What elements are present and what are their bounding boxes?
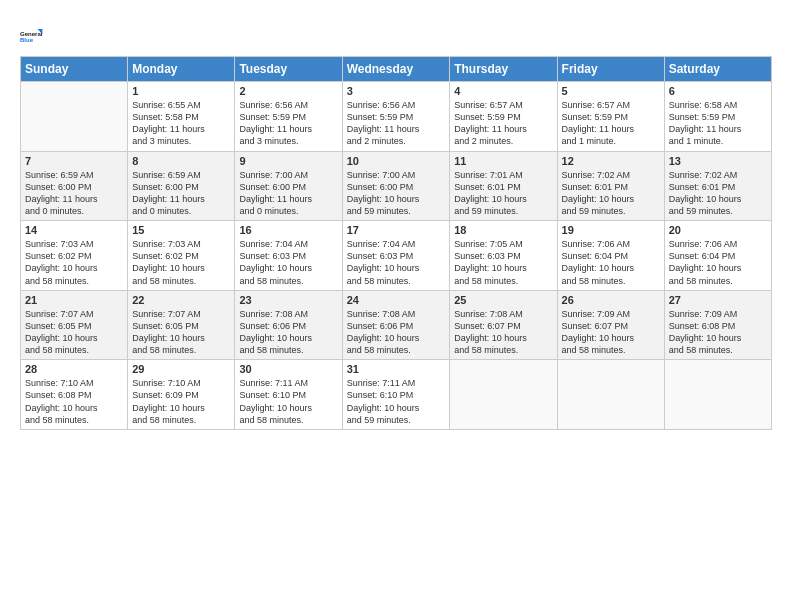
day-cell: 4Sunrise: 6:57 AM Sunset: 5:59 PM Daylig… xyxy=(450,82,557,152)
day-info: Sunrise: 6:59 AM Sunset: 6:00 PM Dayligh… xyxy=(132,169,230,218)
col-header-monday: Monday xyxy=(128,57,235,82)
day-number: 13 xyxy=(669,155,767,167)
day-number: 31 xyxy=(347,363,446,375)
day-number: 5 xyxy=(562,85,660,97)
day-cell: 31Sunrise: 7:11 AM Sunset: 6:10 PM Dayli… xyxy=(342,360,450,430)
day-info: Sunrise: 7:03 AM Sunset: 6:02 PM Dayligh… xyxy=(25,238,123,287)
day-number: 22 xyxy=(132,294,230,306)
day-cell: 18Sunrise: 7:05 AM Sunset: 6:03 PM Dayli… xyxy=(450,221,557,291)
day-info: Sunrise: 6:56 AM Sunset: 5:59 PM Dayligh… xyxy=(347,99,446,148)
day-info: Sunrise: 7:11 AM Sunset: 6:10 PM Dayligh… xyxy=(347,377,446,426)
col-header-tuesday: Tuesday xyxy=(235,57,342,82)
day-number: 18 xyxy=(454,224,552,236)
day-info: Sunrise: 7:03 AM Sunset: 6:02 PM Dayligh… xyxy=(132,238,230,287)
day-info: Sunrise: 7:02 AM Sunset: 6:01 PM Dayligh… xyxy=(562,169,660,218)
day-number: 11 xyxy=(454,155,552,167)
day-cell: 9Sunrise: 7:00 AM Sunset: 6:00 PM Daylig… xyxy=(235,151,342,221)
day-info: Sunrise: 7:05 AM Sunset: 6:03 PM Dayligh… xyxy=(454,238,552,287)
day-cell: 1Sunrise: 6:55 AM Sunset: 5:58 PM Daylig… xyxy=(128,82,235,152)
day-info: Sunrise: 7:10 AM Sunset: 6:08 PM Dayligh… xyxy=(25,377,123,426)
svg-text:General: General xyxy=(20,31,43,37)
day-info: Sunrise: 7:06 AM Sunset: 6:04 PM Dayligh… xyxy=(669,238,767,287)
day-cell: 14Sunrise: 7:03 AM Sunset: 6:02 PM Dayli… xyxy=(21,221,128,291)
day-info: Sunrise: 7:08 AM Sunset: 6:06 PM Dayligh… xyxy=(347,308,446,357)
day-cell: 25Sunrise: 7:08 AM Sunset: 6:07 PM Dayli… xyxy=(450,290,557,360)
day-number: 26 xyxy=(562,294,660,306)
day-info: Sunrise: 7:00 AM Sunset: 6:00 PM Dayligh… xyxy=(347,169,446,218)
day-number: 17 xyxy=(347,224,446,236)
day-cell: 6Sunrise: 6:58 AM Sunset: 5:59 PM Daylig… xyxy=(664,82,771,152)
week-row-3: 14Sunrise: 7:03 AM Sunset: 6:02 PM Dayli… xyxy=(21,221,772,291)
day-number: 7 xyxy=(25,155,123,167)
svg-text:Blue: Blue xyxy=(20,37,34,43)
day-info: Sunrise: 7:10 AM Sunset: 6:09 PM Dayligh… xyxy=(132,377,230,426)
day-cell: 27Sunrise: 7:09 AM Sunset: 6:08 PM Dayli… xyxy=(664,290,771,360)
day-info: Sunrise: 7:04 AM Sunset: 6:03 PM Dayligh… xyxy=(347,238,446,287)
day-cell: 10Sunrise: 7:00 AM Sunset: 6:00 PM Dayli… xyxy=(342,151,450,221)
day-number: 9 xyxy=(239,155,337,167)
day-cell: 26Sunrise: 7:09 AM Sunset: 6:07 PM Dayli… xyxy=(557,290,664,360)
day-cell: 2Sunrise: 6:56 AM Sunset: 5:59 PM Daylig… xyxy=(235,82,342,152)
day-cell: 24Sunrise: 7:08 AM Sunset: 6:06 PM Dayli… xyxy=(342,290,450,360)
day-number: 2 xyxy=(239,85,337,97)
day-cell: 3Sunrise: 6:56 AM Sunset: 5:59 PM Daylig… xyxy=(342,82,450,152)
day-cell: 28Sunrise: 7:10 AM Sunset: 6:08 PM Dayli… xyxy=(21,360,128,430)
week-row-4: 21Sunrise: 7:07 AM Sunset: 6:05 PM Dayli… xyxy=(21,290,772,360)
day-cell: 15Sunrise: 7:03 AM Sunset: 6:02 PM Dayli… xyxy=(128,221,235,291)
day-cell xyxy=(664,360,771,430)
day-cell xyxy=(450,360,557,430)
day-info: Sunrise: 6:56 AM Sunset: 5:59 PM Dayligh… xyxy=(239,99,337,148)
day-info: Sunrise: 6:55 AM Sunset: 5:58 PM Dayligh… xyxy=(132,99,230,148)
col-header-saturday: Saturday xyxy=(664,57,771,82)
day-cell: 16Sunrise: 7:04 AM Sunset: 6:03 PM Dayli… xyxy=(235,221,342,291)
col-header-thursday: Thursday xyxy=(450,57,557,82)
day-info: Sunrise: 7:09 AM Sunset: 6:08 PM Dayligh… xyxy=(669,308,767,357)
week-row-5: 28Sunrise: 7:10 AM Sunset: 6:08 PM Dayli… xyxy=(21,360,772,430)
day-info: Sunrise: 7:06 AM Sunset: 6:04 PM Dayligh… xyxy=(562,238,660,287)
day-cell: 11Sunrise: 7:01 AM Sunset: 6:01 PM Dayli… xyxy=(450,151,557,221)
col-header-wednesday: Wednesday xyxy=(342,57,450,82)
logo-icon: GeneralBlue xyxy=(20,22,48,50)
week-row-1: 1Sunrise: 6:55 AM Sunset: 5:58 PM Daylig… xyxy=(21,82,772,152)
day-cell: 17Sunrise: 7:04 AM Sunset: 6:03 PM Dayli… xyxy=(342,221,450,291)
day-number: 19 xyxy=(562,224,660,236)
day-info: Sunrise: 7:08 AM Sunset: 6:06 PM Dayligh… xyxy=(239,308,337,357)
day-cell xyxy=(557,360,664,430)
day-cell: 22Sunrise: 7:07 AM Sunset: 6:05 PM Dayli… xyxy=(128,290,235,360)
day-cell: 19Sunrise: 7:06 AM Sunset: 6:04 PM Dayli… xyxy=(557,221,664,291)
header: GeneralBlue xyxy=(20,18,772,50)
day-number: 14 xyxy=(25,224,123,236)
day-number: 16 xyxy=(239,224,337,236)
day-cell: 5Sunrise: 6:57 AM Sunset: 5:59 PM Daylig… xyxy=(557,82,664,152)
day-info: Sunrise: 7:00 AM Sunset: 6:00 PM Dayligh… xyxy=(239,169,337,218)
day-cell: 7Sunrise: 6:59 AM Sunset: 6:00 PM Daylig… xyxy=(21,151,128,221)
week-row-2: 7Sunrise: 6:59 AM Sunset: 6:00 PM Daylig… xyxy=(21,151,772,221)
day-number: 1 xyxy=(132,85,230,97)
day-number: 10 xyxy=(347,155,446,167)
day-number: 12 xyxy=(562,155,660,167)
page: GeneralBlue SundayMondayTuesdayWednesday… xyxy=(0,0,792,612)
day-info: Sunrise: 6:59 AM Sunset: 6:00 PM Dayligh… xyxy=(25,169,123,218)
day-info: Sunrise: 7:11 AM Sunset: 6:10 PM Dayligh… xyxy=(239,377,337,426)
day-number: 23 xyxy=(239,294,337,306)
day-info: Sunrise: 7:04 AM Sunset: 6:03 PM Dayligh… xyxy=(239,238,337,287)
col-header-sunday: Sunday xyxy=(21,57,128,82)
day-info: Sunrise: 7:01 AM Sunset: 6:01 PM Dayligh… xyxy=(454,169,552,218)
day-number: 15 xyxy=(132,224,230,236)
calendar: SundayMondayTuesdayWednesdayThursdayFrid… xyxy=(20,56,772,430)
day-info: Sunrise: 7:02 AM Sunset: 6:01 PM Dayligh… xyxy=(669,169,767,218)
day-number: 21 xyxy=(25,294,123,306)
day-info: Sunrise: 6:58 AM Sunset: 5:59 PM Dayligh… xyxy=(669,99,767,148)
day-info: Sunrise: 6:57 AM Sunset: 5:59 PM Dayligh… xyxy=(454,99,552,148)
day-cell xyxy=(21,82,128,152)
day-info: Sunrise: 7:07 AM Sunset: 6:05 PM Dayligh… xyxy=(132,308,230,357)
col-header-friday: Friday xyxy=(557,57,664,82)
day-number: 30 xyxy=(239,363,337,375)
day-cell: 20Sunrise: 7:06 AM Sunset: 6:04 PM Dayli… xyxy=(664,221,771,291)
logo: GeneralBlue xyxy=(20,22,50,50)
day-number: 28 xyxy=(25,363,123,375)
header-row: SundayMondayTuesdayWednesdayThursdayFrid… xyxy=(21,57,772,82)
day-info: Sunrise: 7:08 AM Sunset: 6:07 PM Dayligh… xyxy=(454,308,552,357)
day-number: 20 xyxy=(669,224,767,236)
day-info: Sunrise: 7:09 AM Sunset: 6:07 PM Dayligh… xyxy=(562,308,660,357)
